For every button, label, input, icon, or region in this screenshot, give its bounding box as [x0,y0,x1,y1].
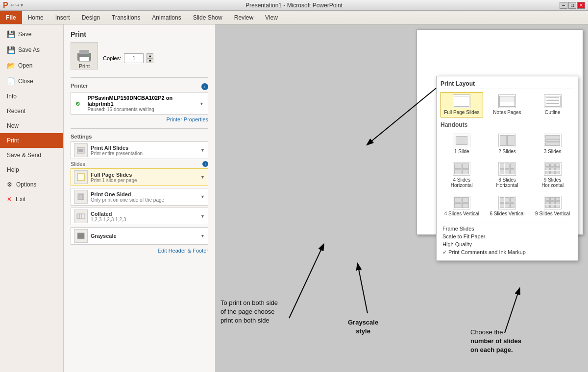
nav-save[interactable]: 💾 Save [0,26,63,42]
tab-home[interactable]: Home [22,11,49,24]
nav-recent[interactable]: Recent [0,104,63,118]
layout-content: Full Page Slides Print 1 slide per page [91,172,198,183]
nav-savesend[interactable]: Save & Send [0,148,63,163]
handout-9h[interactable]: 9 Slides Horizontal [531,160,574,190]
copies-label: Copies: [103,55,121,61]
4h-label: 4 Slides Horizontal [443,177,481,188]
copies-spinner[interactable]: ▲ ▼ [147,53,153,63]
2slides-thumb [498,134,516,147]
svg-rect-2 [79,57,89,62]
handout-4h[interactable]: 4 Slides Horizontal [441,160,483,190]
printer-name: PPSavinMLP150DNCBA102P2 on labprtmb1 [88,95,198,107]
full-page-item-label: Full Page Slides [444,110,479,115]
copies-input[interactable] [124,53,144,63]
print-comments-item[interactable]: Print Comments and Ink Markup [441,248,574,256]
printer-info-icon[interactable]: i [201,83,208,90]
handout-9v[interactable]: 9 Slides Vertical [531,193,574,219]
handout-6v[interactable]: 6 Slides Vertical [486,193,529,219]
print-all-sub: Print entire presentation [91,151,198,156]
ribbon: File Home Insert Design Transitions Anim… [0,11,588,24]
print-button[interactable]: Print [71,42,98,70]
annotation-bottom-left: To print on both sideof the page choosep… [220,299,278,326]
6h-label: 6 Slides Horizontal [489,177,526,188]
2slides-label: 2 Slides [498,149,516,154]
handout-2slides[interactable]: 2 Slides [486,131,529,157]
handout-1slide[interactable]: 1 Slide [441,131,483,157]
6h-thumb [498,162,516,176]
printer-icon [75,48,93,64]
maximize-button[interactable]: □ [568,2,576,9]
print-layout-popup: Print Layout Full Page Slides [436,76,578,261]
color-content: Grayscale [91,233,198,239]
handout-4v[interactable]: 4 Slides Vertical [441,193,483,219]
nav-saveas[interactable]: 💾 Save As [0,42,63,58]
sided-arrow-icon: ▼ [200,194,205,199]
bottom-preview [216,323,289,372]
printer-small-icon [75,99,85,108]
nav-open[interactable]: 📂 Open [0,58,63,73]
svg-rect-15 [77,233,84,239]
saveas-icon: 💾 [7,46,15,54]
nav-close[interactable]: 📄 Close [0,73,63,89]
printer-dropdown[interactable]: PPSavinMLP150DNCBA102P2 on labprtmb1 Pau… [71,93,208,115]
high-quality-item[interactable]: High Quality [441,240,574,248]
svg-rect-1 [79,50,89,54]
layout-full-page[interactable]: Full Page Slides [441,92,483,117]
edit-header-link[interactable]: Edit Header & Footer [71,248,208,254]
svg-rect-11 [79,194,83,199]
color-arrow-icon: ▼ [200,233,205,238]
collated-arrow-icon: ▼ [200,214,205,219]
file-tab[interactable]: File [0,11,22,24]
print-range-icon [74,143,88,157]
sided-pages-icon [76,193,85,201]
close-file-icon: 📄 [7,77,15,85]
nav-exit[interactable]: ✕ Exit [0,192,63,207]
printer-properties-link[interactable]: Printer Properties [71,116,208,122]
tab-animations[interactable]: Animations [146,11,187,24]
handout-6h[interactable]: 6 Slides Horizontal [486,160,529,190]
collated-label: Collated [91,211,198,217]
nav-help[interactable]: Help [0,163,63,177]
content-area: Print Layout Full Page Slides [216,24,588,372]
slides-label: Slides: [71,161,87,167]
scale-to-fit-item[interactable]: Scale to Fit Paper [441,232,574,240]
nav-options[interactable]: ⚙ Options [0,177,63,192]
color-dropdown[interactable]: Grayscale ▼ [71,227,208,245]
collated-dropdown[interactable]: Collated 1,2,3 1,2,3 1,2,3 ▼ [71,208,208,225]
handout-3slides[interactable]: 3 Slides [531,131,574,157]
open-icon: 📂 [7,62,15,70]
svg-line-18 [358,264,368,313]
tab-transitions[interactable]: Transitions [106,11,146,24]
tab-slideshow[interactable]: Slide Show [187,11,228,24]
toolbar-icons: ↩ ↪ ▾ [10,2,24,8]
print-range-dropdown[interactable]: Print All Slides Print entire presentati… [71,141,208,159]
popup-title: Print Layout [441,80,574,89]
print-range-content: Print All Slides Print entire presentati… [91,145,198,156]
layout-dropdown[interactable]: Full Page Slides Print 1 slide per page … [71,168,208,186]
slides-info-icon[interactable]: i [202,161,208,167]
frame-slides-item[interactable]: Frame Slides [441,225,574,232]
tab-review[interactable]: Review [228,11,259,24]
handouts-title: Handouts [441,121,574,128]
layout-notes[interactable]: Notes Pages [486,92,529,117]
layout-outline[interactable]: Outline [531,92,574,117]
layout-icon [74,170,88,184]
slide-mini-full [454,96,469,107]
nav-print[interactable]: Print [0,133,63,148]
9v-thumb [544,196,562,209]
copies-row: Copies: ▲ ▼ [103,53,153,63]
close-button[interactable]: ✕ [577,2,585,9]
minimize-button[interactable]: – [560,2,567,9]
nav-new[interactable]: New [0,118,63,133]
copies-area: Copies: ▲ ▼ [103,53,153,63]
sided-dropdown[interactable]: Print One Sided Only print on one side o… [71,188,208,206]
svg-point-3 [88,55,90,57]
tab-insert[interactable]: Insert [49,11,76,24]
printer-info: PPSavinMLP150DNCBA102P2 on labprtmb1 Pau… [75,95,197,112]
sided-icon [74,190,88,204]
tab-design[interactable]: Design [76,11,106,24]
svg-line-17 [505,289,519,333]
nav-info[interactable]: Info [0,89,63,104]
title-bar-controls[interactable]: – □ ✕ [560,2,585,9]
tab-view[interactable]: View [259,11,284,24]
